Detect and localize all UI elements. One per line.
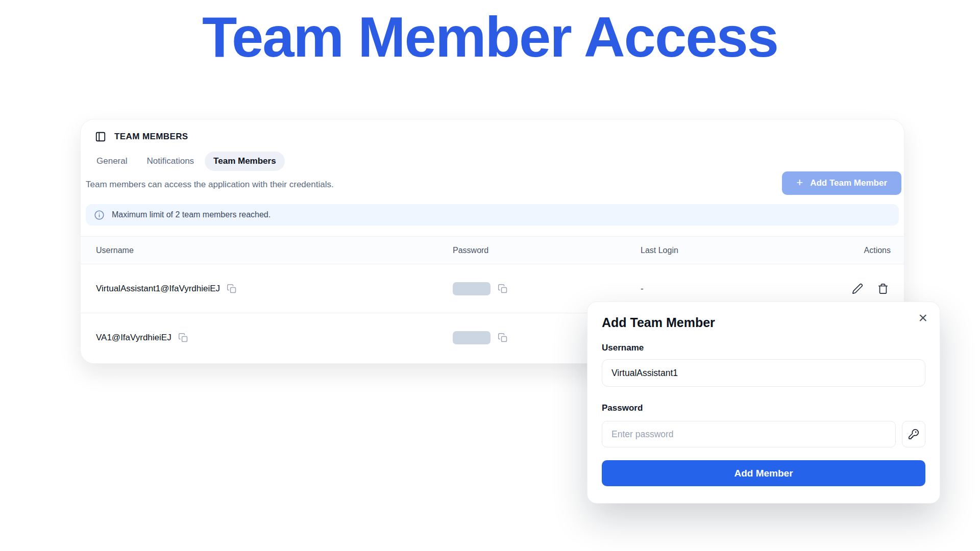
password-masked-pill (453, 331, 491, 344)
username-input[interactable] (602, 359, 925, 387)
modal-close-button[interactable]: × (916, 308, 929, 328)
generate-password-button[interactable] (902, 421, 925, 447)
password-input[interactable] (602, 421, 896, 447)
last-login-value: - (641, 284, 835, 294)
tab-notifications[interactable]: Notifications (138, 152, 203, 171)
copy-icon (498, 284, 508, 294)
page: Team Member Access TEAM MEMBERS General … (0, 0, 980, 551)
limit-banner: Maximum limit of 2 team members reached. (86, 204, 899, 226)
close-icon: × (918, 309, 927, 326)
col-password: Password (453, 246, 641, 255)
add-member-modal: Add Team Member × Username Password Add … (587, 302, 940, 503)
copy-username-button[interactable] (178, 333, 188, 343)
limit-banner-text: Maximum limit of 2 team members reached. (112, 210, 271, 219)
info-icon (94, 210, 105, 220)
col-actions: Actions (864, 246, 891, 255)
copy-icon (227, 284, 237, 294)
panel-toggle-icon[interactable] (95, 131, 106, 142)
team-members-description: Team members can access the application … (86, 180, 334, 190)
card-header: TEAM MEMBERS (95, 131, 188, 142)
tabs: General Notifications Team Members (88, 152, 285, 171)
password-masked-pill (453, 282, 491, 295)
modal-title: Add Team Member (602, 315, 925, 330)
table-header: Username Password Last Login Actions (81, 236, 904, 264)
tab-general[interactable]: General (88, 152, 136, 171)
copy-password-button[interactable] (498, 333, 508, 343)
copy-icon (178, 333, 188, 343)
username-cell: VirtualAssistant1@IfaVyrdhieiEJ (96, 284, 453, 294)
page-title: Team Member Access (0, 0, 980, 74)
username-text: VA1@IfaVyrdhieiEJ (96, 333, 172, 343)
password-label: Password (602, 403, 643, 413)
username-cell: VA1@IfaVyrdhieiEJ (96, 333, 453, 343)
copy-username-button[interactable] (227, 284, 237, 294)
key-icon (908, 429, 919, 440)
username-label: Username (602, 343, 644, 353)
actions-cell (852, 283, 891, 294)
pencil-icon (852, 283, 863, 294)
username-text: VirtualAssistant1@IfaVyrdhieiEJ (96, 284, 220, 294)
tab-team-members[interactable]: Team Members (205, 152, 285, 171)
copy-icon (498, 333, 508, 343)
plus-icon: + (796, 176, 803, 189)
col-username: Username (96, 246, 453, 255)
col-last-login: Last Login (641, 246, 835, 255)
add-team-member-button[interactable]: + Add Team Member (782, 171, 901, 195)
delete-member-button[interactable] (877, 283, 889, 294)
add-team-member-label: Add Team Member (810, 178, 887, 188)
copy-password-button[interactable] (498, 284, 508, 294)
card-title: TEAM MEMBERS (114, 132, 188, 142)
add-member-button[interactable]: Add Member (602, 460, 925, 486)
edit-member-button[interactable] (852, 283, 863, 294)
trash-icon (877, 283, 889, 294)
password-cell (453, 282, 641, 295)
